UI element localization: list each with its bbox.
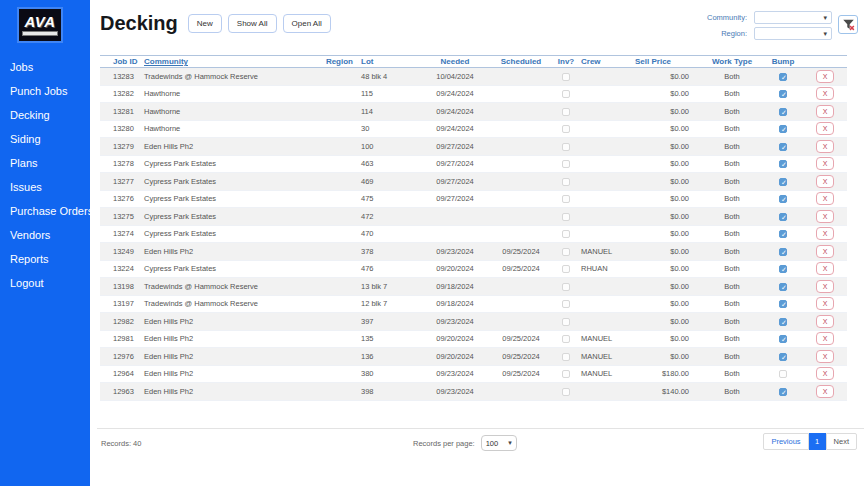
- delete-row-button[interactable]: X: [816, 297, 834, 310]
- bump-checkbox[interactable]: [779, 335, 787, 343]
- delete-row-button[interactable]: X: [816, 210, 834, 223]
- col-header-work-type[interactable]: Work Type: [701, 56, 763, 68]
- table-row[interactable]: 13282 Hawthorne 115 09/24/2024 $0.00 Bot…: [100, 85, 847, 103]
- delete-row-button[interactable]: X: [816, 245, 834, 258]
- inv-checkbox[interactable]: [562, 283, 570, 291]
- region-select[interactable]: ▾: [754, 27, 832, 40]
- table-row[interactable]: 12982 Eden Hills Ph2 397 09/23/2024 $0.0…: [100, 313, 847, 331]
- col-header-community[interactable]: Community: [142, 56, 309, 68]
- sidebar-item-punch-jobs[interactable]: Punch Jobs: [0, 79, 90, 103]
- community-select[interactable]: ▾: [754, 11, 832, 24]
- sidebar-item-decking[interactable]: Decking: [0, 103, 90, 127]
- col-header-sell-price[interactable]: Sell Price: [633, 56, 701, 68]
- table-row[interactable]: 13279 Eden Hills Ph2 100 09/27/2024 $0.0…: [100, 138, 847, 156]
- delete-row-button[interactable]: X: [816, 350, 834, 363]
- delete-row-button[interactable]: X: [816, 140, 834, 153]
- inv-checkbox[interactable]: [562, 265, 570, 273]
- page-1-button[interactable]: 1: [809, 433, 826, 450]
- inv-checkbox[interactable]: [562, 125, 570, 133]
- bump-checkbox[interactable]: [779, 318, 787, 326]
- col-header-crew[interactable]: Crew: [579, 56, 633, 68]
- inv-checkbox[interactable]: [562, 370, 570, 378]
- delete-row-button[interactable]: X: [816, 280, 834, 293]
- inv-checkbox[interactable]: [562, 335, 570, 343]
- bump-checkbox[interactable]: [779, 370, 787, 378]
- inv-checkbox[interactable]: [562, 195, 570, 203]
- delete-row-button[interactable]: X: [816, 227, 834, 240]
- delete-row-button[interactable]: X: [816, 87, 834, 100]
- sidebar-item-jobs[interactable]: Jobs: [0, 55, 90, 79]
- inv-checkbox[interactable]: [562, 90, 570, 98]
- sidebar-item-purchase-orders[interactable]: Purchase Orders: [0, 199, 90, 223]
- delete-row-button[interactable]: X: [816, 367, 834, 380]
- col-header-bump[interactable]: Bump: [763, 56, 803, 68]
- bump-checkbox[interactable]: [779, 195, 787, 203]
- col-header-scheduled[interactable]: Scheduled: [489, 56, 553, 68]
- company-logo[interactable]: AVA: [17, 7, 63, 43]
- delete-row-button[interactable]: X: [816, 262, 834, 275]
- bump-checkbox[interactable]: [779, 213, 787, 221]
- open-all-button[interactable]: Open All: [283, 14, 331, 33]
- records-per-page-select[interactable]: 100 ▾: [481, 435, 517, 451]
- col-header-inv[interactable]: Inv?: [553, 56, 579, 68]
- delete-row-button[interactable]: X: [816, 315, 834, 328]
- sidebar-item-reports[interactable]: Reports: [0, 247, 90, 271]
- bump-checkbox[interactable]: [779, 143, 787, 151]
- sidebar-item-plans[interactable]: Plans: [0, 151, 90, 175]
- table-row[interactable]: 13283 Tradewinds @ Hammock Reserve 48 bl…: [100, 68, 847, 86]
- delete-row-button[interactable]: X: [816, 192, 834, 205]
- table-row[interactable]: 13276 Cypress Park Estates 475 09/27/202…: [100, 190, 847, 208]
- delete-row-button[interactable]: X: [816, 175, 834, 188]
- bump-checkbox[interactable]: [779, 90, 787, 98]
- delete-row-button[interactable]: X: [816, 105, 834, 118]
- table-row[interactable]: 13198 Tradewinds @ Hammock Reserve 13 bl…: [100, 278, 847, 296]
- table-row[interactable]: 12981 Eden Hills Ph2 135 09/20/2024 09/2…: [100, 330, 847, 348]
- next-page-button[interactable]: Next: [826, 433, 857, 450]
- col-header-lot[interactable]: Lot: [359, 56, 421, 68]
- delete-row-button[interactable]: X: [816, 332, 834, 345]
- bump-checkbox[interactable]: [779, 125, 787, 133]
- table-row[interactable]: 13277 Cypress Park Estates 469 09/27/202…: [100, 173, 847, 191]
- bump-checkbox[interactable]: [779, 300, 787, 308]
- table-row[interactable]: 13281 Hawthorne 114 09/24/2024 $0.00 Bot…: [100, 103, 847, 121]
- col-header-region[interactable]: Region: [309, 56, 359, 68]
- delete-row-button[interactable]: X: [816, 70, 834, 83]
- inv-checkbox[interactable]: [562, 388, 570, 396]
- bump-checkbox[interactable]: [779, 283, 787, 291]
- table-row[interactable]: 13249 Eden Hills Ph2 378 09/23/2024 09/2…: [100, 243, 847, 261]
- inv-checkbox[interactable]: [562, 248, 570, 256]
- table-row[interactable]: 13197 Tradewinds @ Hammock Reserve 12 bl…: [100, 295, 847, 313]
- bump-checkbox[interactable]: [779, 73, 787, 81]
- inv-checkbox[interactable]: [562, 160, 570, 168]
- inv-checkbox[interactable]: [562, 178, 570, 186]
- delete-row-button[interactable]: X: [816, 157, 834, 170]
- inv-checkbox[interactable]: [562, 318, 570, 326]
- bump-checkbox[interactable]: [779, 178, 787, 186]
- inv-checkbox[interactable]: [562, 353, 570, 361]
- table-row[interactable]: 13275 Cypress Park Estates 472 $0.00 Bot…: [100, 208, 847, 226]
- delete-row-button[interactable]: X: [816, 122, 834, 135]
- sidebar-item-logout[interactable]: Logout: [0, 271, 90, 295]
- table-row[interactable]: 13274 Cypress Park Estates 470 $0.00 Bot…: [100, 225, 847, 243]
- table-row[interactable]: 12964 Eden Hills Ph2 380 09/23/2024 09/2…: [100, 365, 847, 383]
- sidebar-item-vendors[interactable]: Vendors: [0, 223, 90, 247]
- col-header-job-id[interactable]: Job ID: [100, 56, 142, 68]
- inv-checkbox[interactable]: [562, 73, 570, 81]
- inv-checkbox[interactable]: [562, 300, 570, 308]
- table-row[interactable]: 12976 Eden Hills Ph2 136 09/20/2024 09/2…: [100, 348, 847, 366]
- show-all-button[interactable]: Show All: [228, 14, 277, 33]
- table-row[interactable]: 13278 Cypress Park Estates 463 09/27/202…: [100, 155, 847, 173]
- clear-filter-button[interactable]: [838, 15, 858, 34]
- delete-row-button[interactable]: X: [816, 385, 834, 398]
- bump-checkbox[interactable]: [779, 353, 787, 361]
- inv-checkbox[interactable]: [562, 230, 570, 238]
- bump-checkbox[interactable]: [779, 265, 787, 273]
- bump-checkbox[interactable]: [779, 248, 787, 256]
- bump-checkbox[interactable]: [779, 160, 787, 168]
- table-row[interactable]: 13280 Hawthorne 30 09/24/2024 $0.00 Both…: [100, 120, 847, 138]
- inv-checkbox[interactable]: [562, 143, 570, 151]
- bump-checkbox[interactable]: [779, 230, 787, 238]
- new-button[interactable]: New: [188, 14, 222, 33]
- col-header-needed[interactable]: Needed: [421, 56, 489, 68]
- inv-checkbox[interactable]: [562, 108, 570, 116]
